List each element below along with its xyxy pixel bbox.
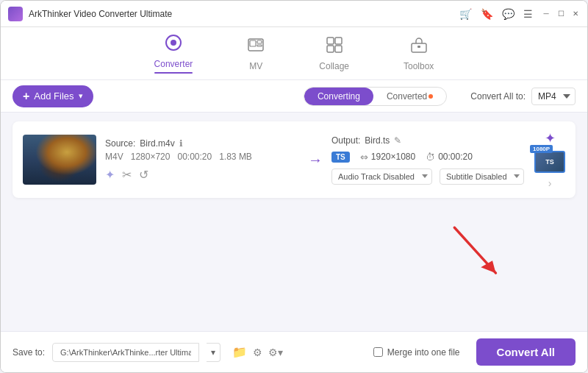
svg-line-12 [454, 227, 495, 273]
tab-converting[interactable]: Converting [304, 88, 373, 105]
nav-collage[interactable]: Collage [310, 30, 358, 77]
collage-icon [326, 36, 343, 58]
resolution-meta: ⇔ 1920×1080 [360, 152, 415, 163]
arrow-divider: → [308, 152, 323, 168]
refresh-button[interactable]: ↺ [139, 168, 148, 182]
more-settings-button[interactable]: ⚙▾ [268, 347, 283, 358]
window-controls: ─ ☐ ✕ [542, 10, 580, 18]
convert-all-to-label: Convert All to: [470, 91, 526, 102]
nav-toolbox[interactable]: Toolbox [395, 30, 442, 77]
chat-icon[interactable]: 💬 [502, 8, 514, 20]
ts-thumbnail: TS [534, 151, 565, 173]
menu-icon[interactable]: ☰ [523, 8, 533, 20]
app-window: ArkThinker Video Converter Ultimate 🛒 🔖 … [0, 0, 588, 373]
titlebar: ArkThinker Video Converter Ultimate 🛒 🔖 … [1, 1, 587, 27]
app-logo [8, 7, 23, 21]
edit-icon[interactable]: ✎ [394, 135, 401, 146]
merge-checkbox[interactable] [373, 347, 383, 357]
format-select[interactable]: MP4 MKV MOV AVI TS [531, 88, 576, 105]
mv-icon [247, 36, 265, 58]
mv-label: MV [249, 61, 262, 71]
file-source-info: Source: Bird.m4v ℹ M4V 1280×720 00:00:20… [105, 138, 299, 182]
svg-rect-9 [335, 46, 342, 52]
tab-group: Converting Converted [304, 87, 447, 106]
converted-dot [429, 94, 433, 99]
file-size: 1.83 MB [219, 152, 252, 162]
clock-icon: ⏱ [426, 152, 435, 163]
resolution-icon: ⇔ [360, 152, 368, 163]
add-output-button[interactable]: ✦ [545, 130, 556, 146]
minimize-button[interactable]: ─ [542, 10, 551, 18]
dropdown-row: Audio Track Disabled Audio Track 1 Subti… [331, 168, 526, 185]
toolbox-label: Toolbox [404, 61, 434, 71]
navbar: Converter MV [1, 27, 587, 80]
nav-underline [154, 72, 193, 74]
settings-icon-button[interactable]: ⚙ [253, 347, 262, 358]
plus-icon: + [23, 90, 29, 103]
ts-badge-container: 1080P TS [534, 151, 565, 173]
save-to-label: Save to: [12, 347, 45, 358]
arrow-annotation [446, 219, 512, 285]
add-files-button[interactable]: + Add Files ▾ [12, 85, 93, 107]
add-files-dropdown-icon: ▾ [79, 91, 83, 101]
convert-all-button[interactable]: Convert All [476, 338, 576, 366]
cut-button[interactable]: ✂ [122, 168, 132, 182]
tab-converted[interactable]: Converted [373, 88, 446, 105]
magic-wand-button[interactable]: ✦ [105, 168, 115, 182]
output-filename: Bird.ts [365, 135, 390, 146]
svg-rect-6 [327, 38, 334, 44]
nav-converter[interactable]: Converter [146, 28, 202, 79]
subtitle-select[interactable]: Subtitle Disabled Subtitle 1 [440, 168, 524, 185]
save-path-dropdown-button[interactable]: ▾ [207, 343, 220, 362]
output-duration: 00:00:20 [438, 152, 473, 162]
svg-rect-7 [335, 38, 342, 44]
ts-format-badge: 1080P [530, 145, 553, 153]
converter-label: Converter [154, 59, 193, 69]
convert-all-to: Convert All to: MP4 MKV MOV AVI TS [470, 88, 576, 105]
converter-icon [165, 34, 182, 56]
merge-label: Merge into one file [387, 347, 460, 358]
bookmark-icon[interactable]: 🔖 [481, 8, 493, 20]
source-row: Source: Bird.m4v ℹ [105, 138, 299, 149]
merge-checkbox-row: Merge into one file [373, 347, 460, 358]
ts-thumb-label: TS [545, 158, 554, 166]
svg-rect-11 [417, 46, 420, 48]
toolbar: + Add Files ▾ Converting Converted Conve… [1, 80, 587, 113]
collage-label: Collage [319, 61, 349, 71]
source-label: Source: [105, 138, 135, 149]
svg-point-1 [171, 40, 176, 46]
svg-marker-13 [481, 260, 495, 273]
output-format-badge: TS [331, 152, 350, 163]
bottombar: Save to: ▾ 📁 ⚙ ⚙▾ Merge into one file Co… [1, 331, 587, 372]
file-thumb-right: ✦ 1080P TS › [534, 130, 565, 189]
chevron-right-icon[interactable]: › [548, 177, 552, 189]
maximize-button[interactable]: ☐ [556, 10, 565, 18]
save-path-input[interactable] [52, 343, 199, 362]
svg-rect-8 [327, 46, 334, 52]
svg-rect-5 [257, 45, 262, 46]
folder-icon-button[interactable]: 📁 [232, 345, 247, 359]
source-filename: Bird.m4v [140, 138, 174, 149]
output-meta: TS ⇔ 1920×1080 ⏱ 00:00:20 [331, 152, 526, 163]
duration-meta: ⏱ 00:00:20 [426, 152, 473, 163]
output-info: Output: Bird.ts ✎ TS ⇔ 1920×1080 ⏱ 00:00… [331, 135, 526, 185]
file-item: Source: Bird.m4v ℹ M4V 1280×720 00:00:20… [12, 121, 576, 198]
file-resolution: 1280×720 [131, 152, 171, 162]
bird-image [23, 135, 96, 185]
svg-rect-4 [257, 40, 262, 43]
output-name-row: Output: Bird.ts ✎ [331, 135, 526, 146]
info-icon[interactable]: ℹ [179, 138, 183, 149]
toolbox-icon [410, 36, 428, 58]
file-format: M4V [105, 152, 123, 162]
bottom-icons: 📁 ⚙ ⚙▾ [232, 345, 283, 359]
output-resolution: 1920×1080 [371, 152, 415, 162]
output-label: Output: [331, 135, 360, 146]
nav-mv[interactable]: MV [238, 30, 273, 77]
close-button[interactable]: ✕ [571, 10, 580, 18]
file-duration: 00:00:20 [177, 152, 212, 162]
cart-icon[interactable]: 🛒 [459, 8, 472, 20]
svg-rect-3 [250, 40, 256, 46]
file-actions: ✦ ✂ ↺ [105, 168, 299, 182]
audio-track-select[interactable]: Audio Track Disabled Audio Track 1 [331, 168, 432, 185]
app-title: ArkThinker Video Converter Ultimate [29, 9, 459, 19]
